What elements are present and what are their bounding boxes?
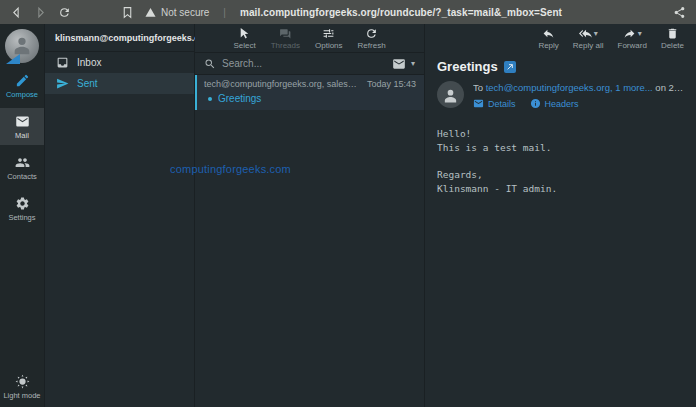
- threads-button[interactable]: Threads: [271, 27, 300, 50]
- toolbar-label: Delete: [661, 41, 684, 50]
- inbox-icon: [56, 56, 69, 69]
- subject-row: Greetings: [437, 59, 684, 74]
- sidebar-item-label: Settings: [8, 213, 35, 222]
- roundcube-app: Compose Mail Contacts Settings Lig: [0, 24, 696, 407]
- more-recipients-link[interactable]: 1 more...: [615, 82, 653, 93]
- message-row-meta: tech@computingforgeeks.org, sales@comput…: [204, 79, 416, 89]
- mail-icon: [15, 114, 30, 129]
- security-label: Not secure: [161, 7, 209, 18]
- toolbar-label: Select: [233, 41, 255, 50]
- to-line: To tech@computingforgeeks.org, 1 more...…: [473, 82, 684, 93]
- toolbar-label: Threads: [271, 41, 300, 50]
- headers-label: Headers: [545, 99, 579, 109]
- details-label: Details: [488, 99, 516, 109]
- message-row-subject-line: Greetings: [204, 93, 416, 104]
- bookmark-icon[interactable]: [121, 6, 134, 19]
- forward-button[interactable]: ▾ Forward: [618, 27, 647, 50]
- select-button[interactable]: Select: [233, 27, 255, 50]
- reload-icon[interactable]: [58, 6, 71, 19]
- envelope-icon[interactable]: [392, 57, 406, 71]
- folder-label: Inbox: [77, 57, 101, 68]
- send-icon: [56, 77, 69, 90]
- sidebar-item-contacts[interactable]: Contacts: [0, 149, 44, 186]
- account-bar: klinsmann@computingforgeeks.org ⋮: [45, 24, 194, 52]
- toolbar-label: Options: [315, 41, 343, 50]
- sender-avatar: [437, 81, 464, 108]
- reply-all-icon: [579, 27, 592, 40]
- details-toggle[interactable]: Details: [473, 98, 516, 109]
- message-view-subject: Greetings: [437, 59, 498, 74]
- forward-iconrow: ▾: [623, 27, 642, 40]
- share-icon[interactable]: [673, 6, 686, 19]
- open-in-new-window-icon[interactable]: [504, 61, 516, 73]
- cursor-icon: [238, 27, 251, 40]
- message-view-toolbar: Reply ▾ Reply all ▾ Forward: [425, 24, 696, 52]
- reply-button[interactable]: Reply: [538, 27, 558, 50]
- browser-toolbar: Not secure | mail.computingforgeeks.org/…: [0, 0, 696, 24]
- light-mode-toggle[interactable]: Light mode: [0, 368, 44, 405]
- folder-panel: klinsmann@computingforgeeks.org ⋮ Inbox …: [45, 24, 195, 407]
- avatar-image: [5, 29, 39, 63]
- address-lines: To tech@computingforgeeks.org, 1 more...…: [473, 81, 684, 109]
- folder-item-sent[interactable]: Sent: [45, 73, 194, 94]
- message-view-panel: Reply ▾ Reply all ▾ Forward: [425, 24, 696, 407]
- toolbar-label: Reply all: [573, 41, 604, 50]
- chrome-separator: |: [223, 7, 226, 18]
- to-label: To: [473, 82, 483, 93]
- sidebar-item-label: Mail: [15, 131, 29, 140]
- search-bar: ▾: [195, 52, 424, 75]
- compose-icon: [15, 73, 30, 88]
- refresh-button[interactable]: Refresh: [358, 27, 386, 50]
- reply-all-button[interactable]: ▾ Reply all: [573, 27, 604, 50]
- meta-line: Details Headers: [473, 98, 684, 109]
- address-bar[interactable]: mail.computingforgeeks.org/roundcube/?_t…: [240, 7, 562, 18]
- options-button[interactable]: Options: [315, 27, 343, 50]
- delete-button[interactable]: Delete: [661, 27, 684, 50]
- toolbar-label: Reply: [538, 41, 558, 50]
- security-indicator[interactable]: Not secure: [145, 7, 209, 18]
- sidebar-item-compose[interactable]: Compose: [0, 67, 44, 104]
- info-icon: [530, 98, 541, 109]
- message-from: tech@computingforgeeks.org, sales@comput…: [204, 79, 361, 89]
- search-input[interactable]: [222, 58, 386, 69]
- reply-all-iconrow: ▾: [579, 27, 598, 40]
- contacts-icon: [15, 155, 30, 170]
- tune-icon: [322, 27, 335, 40]
- gear-icon: [15, 196, 30, 211]
- sidebar-item-settings[interactable]: Settings: [0, 190, 44, 227]
- light-mode-label: Light mode: [3, 391, 40, 400]
- message-list-toolbar: Select Threads Options Refresh: [195, 24, 424, 52]
- toolbar-label: Forward: [618, 41, 647, 50]
- headers-toggle[interactable]: Headers: [530, 98, 579, 109]
- refresh-icon: [365, 27, 378, 40]
- message-list-row[interactable]: tech@computingforgeeks.org, sales@comput…: [195, 75, 424, 110]
- folder-label: Sent: [77, 78, 98, 89]
- sidebar-item-label: Contacts: [7, 172, 37, 181]
- search-options: ▾: [392, 57, 415, 71]
- envelope-icon: [473, 98, 484, 109]
- user-avatar[interactable]: [5, 29, 39, 63]
- chevron-down-icon[interactable]: ▾: [411, 60, 415, 68]
- trash-icon: [666, 27, 679, 40]
- message-body: Hello! This is a test mail. Regards, Kli…: [425, 111, 696, 212]
- threads-icon: [279, 27, 292, 40]
- app-sidebar: Compose Mail Contacts Settings Lig: [0, 24, 45, 407]
- account-email: klinsmann@computingforgeeks.org: [55, 33, 209, 43]
- warning-icon: [145, 7, 156, 18]
- forward-icon[interactable]: [34, 6, 47, 19]
- message-datetime: on 2023-07-24 15:43: [655, 82, 684, 93]
- message-subject: Greetings: [218, 93, 261, 104]
- back-icon[interactable]: [10, 6, 23, 19]
- forward-icon: [623, 27, 636, 40]
- sidebar-item-mail[interactable]: Mail: [0, 108, 44, 145]
- unread-dot: [208, 97, 212, 101]
- person-icon: [11, 34, 33, 60]
- message-date: Today 15:43: [367, 79, 416, 89]
- address-row: To tech@computingforgeeks.org, 1 more...…: [437, 81, 684, 109]
- chevron-down-icon[interactable]: ▾: [638, 30, 642, 38]
- recipient-link[interactable]: tech@computingforgeeks.org,: [486, 82, 613, 93]
- folder-item-inbox[interactable]: Inbox: [45, 52, 194, 73]
- chevron-down-icon[interactable]: ▾: [594, 30, 598, 38]
- reply-icon: [542, 27, 555, 40]
- toolbar-label: Refresh: [358, 41, 386, 50]
